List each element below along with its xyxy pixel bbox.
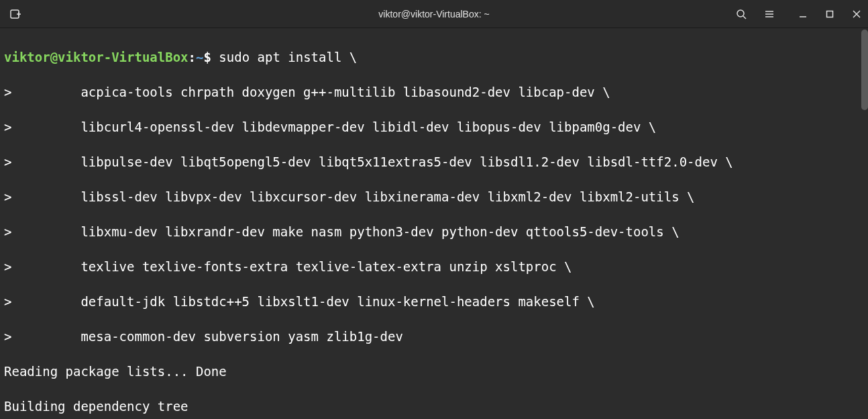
new-tab-button[interactable] (5, 5, 25, 24)
menu-button[interactable] (763, 8, 775, 20)
command-cont-7: > mesa-common-dev subversion yasm zlib1g… (4, 328, 864, 345)
hamburger-icon (764, 9, 775, 19)
window-title: viktor@viktor-VirtualBox: ~ (378, 9, 489, 19)
scrollbar[interactable] (861, 28, 868, 419)
minimize-button[interactable] (797, 8, 809, 20)
new-tab-icon (9, 8, 21, 20)
prompt-path: ~ (196, 50, 203, 64)
search-button[interactable] (735, 8, 747, 20)
svg-point-3 (737, 10, 744, 17)
command-main: sudo apt install \ (219, 50, 357, 64)
command-cont-6: > default-jdk libstdc++5 libxslt1-dev li… (4, 293, 864, 310)
command-cont-5: > texlive texlive-fonts-extra texlive-la… (4, 258, 864, 275)
command-cont-3: > libssl-dev libvpx-dev libxcursor-dev l… (4, 188, 864, 205)
titlebar-left (5, 5, 140, 24)
minimize-icon (799, 10, 807, 18)
search-icon (736, 9, 747, 19)
terminal-content[interactable]: viktor@viktor-VirtualBox:~$ sudo apt ins… (0, 28, 868, 419)
prompt-user-host: viktor@viktor-VirtualBox (4, 50, 188, 64)
window-titlebar: viktor@viktor-VirtualBox: ~ (0, 0, 868, 28)
command-cont-1: > libcurl4-openssl-dev libdevmapper-dev … (4, 118, 864, 136)
svg-rect-9 (827, 11, 833, 17)
prompt-line: viktor@viktor-VirtualBox:~$ sudo apt ins… (4, 48, 864, 66)
command-cont-0: > acpica-tools chrpath doxygen g++-multi… (4, 83, 864, 101)
scrollbar-thumb[interactable] (861, 30, 868, 110)
maximize-button[interactable] (824, 8, 836, 20)
output-line-0: Reading package lists... Done (4, 363, 864, 380)
maximize-icon (826, 10, 834, 18)
close-button[interactable] (851, 8, 863, 20)
svg-line-4 (743, 16, 746, 19)
output-line-1: Building dependency tree (4, 398, 864, 415)
titlebar-right (728, 8, 863, 20)
prompt-symbol: $ (203, 50, 219, 64)
window-controls (797, 8, 863, 20)
prompt-colon: : (188, 50, 196, 64)
command-cont-2: > libpulse-dev libqt5opengl5-dev libqt5x… (4, 153, 864, 171)
close-icon (853, 10, 861, 18)
command-cont-4: > libxmu-dev libxrandr-dev make nasm pyt… (4, 223, 864, 240)
